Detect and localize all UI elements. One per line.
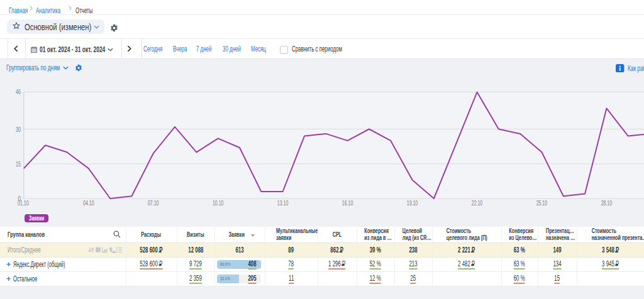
- svg-text:15: 15: [16, 160, 21, 168]
- svg-text:04.10: 04.10: [83, 199, 94, 207]
- svg-text:25.10: 25.10: [536, 199, 548, 207]
- svg-text:10.10: 10.10: [213, 199, 224, 207]
- svg-text:30: 30: [16, 126, 21, 133]
- svg-text:28.10: 28.10: [601, 199, 613, 207]
- svg-text:22.10: 22.10: [472, 199, 483, 207]
- svg-text:07.10: 07.10: [148, 199, 159, 207]
- svg-text:13.10: 13.10: [277, 199, 289, 207]
- svg-text:19.10: 19.10: [407, 199, 418, 207]
- svg-text:46: 46: [16, 88, 21, 95]
- svg-text:16.10: 16.10: [342, 199, 353, 207]
- svg-text:01.10: 01.10: [18, 199, 29, 207]
